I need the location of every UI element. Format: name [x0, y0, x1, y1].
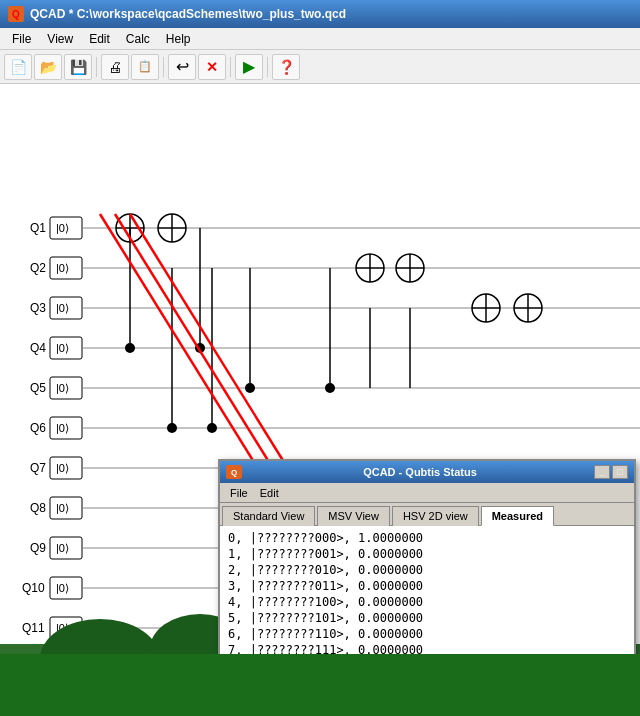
row-4-state: |????????100>: [250, 595, 344, 609]
clipboard-button[interactable]: 📋: [131, 54, 159, 80]
undo-button[interactable]: ↩: [168, 54, 196, 80]
data-row-3: 3, |????????011>, 0.0000000: [228, 578, 626, 594]
q1-label: Q1: [30, 221, 46, 235]
window-title: QCAD * C:\workspace\qcadSchemes\two_plus…: [30, 7, 346, 21]
row-0-value: 1.0000000: [358, 531, 423, 545]
toolbar-sep-1: [96, 57, 97, 77]
data-row-2: 2, |????????010>, 0.0000000: [228, 562, 626, 578]
row-7-value: 0.0000000: [358, 643, 423, 654]
data-row-5: 5, |????????101>, 0.0000000: [228, 610, 626, 626]
menu-help[interactable]: Help: [158, 30, 199, 48]
q11-label: Q11: [22, 621, 45, 635]
tab-measured[interactable]: Measured: [481, 506, 554, 526]
q3-label: Q3: [30, 301, 46, 315]
window-controls: _ □: [594, 465, 628, 479]
row-6-index: 6,: [228, 627, 242, 641]
svg-text:|0⟩: |0⟩: [56, 342, 69, 354]
row-3-state: |????????011>: [250, 579, 344, 593]
row-2-value: 0.0000000: [358, 563, 423, 577]
row-7-index: 7,: [228, 643, 242, 654]
data-row-7: 7, |????????111>, 0.0000000: [228, 642, 626, 654]
q9-label: Q9: [30, 541, 46, 555]
tab-msv-view[interactable]: MSV View: [317, 506, 390, 526]
q10-label: Q10: [22, 581, 45, 595]
data-row-1: 1, |????????001>, 0.0000000: [228, 546, 626, 562]
q4-label: Q4: [30, 341, 46, 355]
circuit-canvas: Q1 |0⟩ Q2 |0⟩ Q3 |0⟩: [0, 84, 640, 654]
status-menu-bar: File Edit: [220, 483, 634, 503]
menu-edit[interactable]: Edit: [81, 30, 118, 48]
q6-label: Q6: [30, 421, 46, 435]
status-icon: Q: [226, 465, 242, 479]
row-5-state: |????????101>: [250, 611, 344, 625]
menu-bar: File View Edit Calc Help: [0, 28, 640, 50]
toolbar-sep-2: [163, 57, 164, 77]
svg-text:|0⟩: |0⟩: [56, 542, 69, 554]
tab-standard-view[interactable]: Standard View: [222, 506, 315, 526]
svg-text:|0⟩: |0⟩: [56, 582, 69, 594]
row-2-state: |????????010>: [250, 563, 344, 577]
title-bar: Q QCAD * C:\workspace\qcadSchemes\two_pl…: [0, 0, 640, 28]
toolbar: 📄 📂 💾 🖨 📋 ↩ ✕ ▶ ❓: [0, 50, 640, 84]
row-5-value: 0.0000000: [358, 611, 423, 625]
toolbar-sep-3: [230, 57, 231, 77]
maximize-button[interactable]: □: [612, 465, 628, 479]
row-4-value: 0.0000000: [358, 595, 423, 609]
run-button[interactable]: ▶: [235, 54, 263, 80]
status-menu-file[interactable]: File: [224, 486, 254, 500]
data-row-4: 4, |????????100>, 0.0000000: [228, 594, 626, 610]
q8-label: Q8: [30, 501, 46, 515]
row-6-value: 0.0000000: [358, 627, 423, 641]
cancel-button[interactable]: ✕: [198, 54, 226, 80]
svg-text:|0⟩: |0⟩: [56, 382, 69, 394]
row-5-index: 5,: [228, 611, 242, 625]
row-0-state: |????????000>: [250, 531, 344, 545]
app-icon: Q: [8, 6, 24, 22]
row-1-value: 0.0000000: [358, 547, 423, 561]
row-1-index: 1,: [228, 547, 242, 561]
row-7-state: |????????111>: [250, 643, 344, 654]
status-title-bar: Q QCAD - Qubtis Status _ □: [220, 461, 634, 483]
help-button[interactable]: ❓: [272, 54, 300, 80]
menu-calc[interactable]: Calc: [118, 30, 158, 48]
q2-label: Q2: [30, 261, 46, 275]
row-1-state: |????????001>: [250, 547, 344, 561]
q5-label: Q5: [30, 381, 46, 395]
svg-text:|0⟩: |0⟩: [56, 502, 69, 514]
status-tabs: Standard View MSV View HSV 2D view Measu…: [220, 503, 634, 526]
row-6-state: |????????110>: [250, 627, 344, 641]
new-button[interactable]: 📄: [4, 54, 32, 80]
row-2-index: 2,: [228, 563, 242, 577]
svg-text:|0⟩: |0⟩: [56, 262, 69, 274]
svg-text:|0⟩: |0⟩: [56, 302, 69, 314]
minimize-button[interactable]: _: [594, 465, 610, 479]
toolbar-sep-4: [267, 57, 268, 77]
print-button[interactable]: 🖨: [101, 54, 129, 80]
status-window: Q QCAD - Qubtis Status _ □ File Edit Sta…: [218, 459, 636, 654]
menu-file[interactable]: File: [4, 30, 39, 48]
save-button[interactable]: 💾: [64, 54, 92, 80]
svg-text:|0⟩: |0⟩: [56, 222, 69, 234]
data-row-6: 6, |????????110>, 0.0000000: [228, 626, 626, 642]
open-button[interactable]: 📂: [34, 54, 62, 80]
row-3-value: 0.0000000: [358, 579, 423, 593]
svg-text:|0⟩: |0⟩: [56, 462, 69, 474]
tab-hsv-2d-view[interactable]: HSV 2D view: [392, 506, 479, 526]
status-menu-edit[interactable]: Edit: [254, 486, 285, 500]
data-row-0: 0, |????????000>, 1.0000000: [228, 530, 626, 546]
menu-view[interactable]: View: [39, 30, 81, 48]
status-content: 0, |????????000>, 1.0000000 1, |????????…: [220, 526, 634, 654]
row-4-index: 4,: [228, 595, 242, 609]
svg-text:|0⟩: |0⟩: [56, 422, 69, 434]
row-3-index: 3,: [228, 579, 242, 593]
row-0-index: 0,: [228, 531, 242, 545]
q7-label: Q7: [30, 461, 46, 475]
status-window-title: QCAD - Qubtis Status: [246, 466, 594, 478]
